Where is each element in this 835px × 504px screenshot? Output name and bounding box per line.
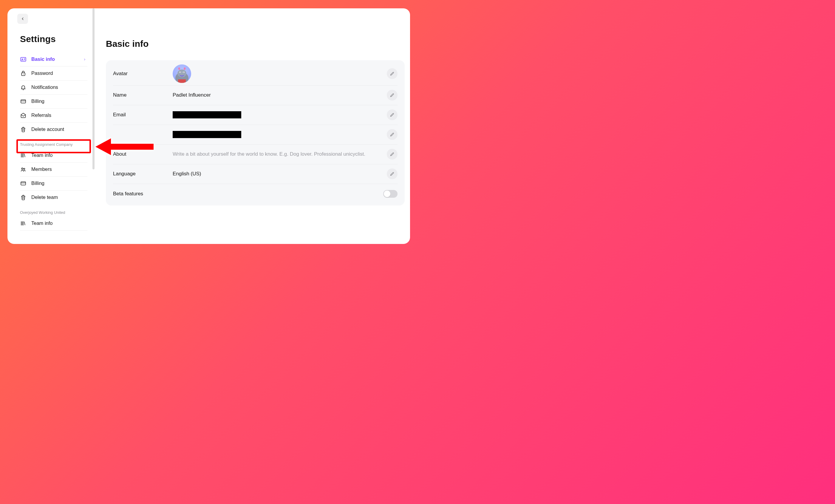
sidebar-item-label: Password — [31, 70, 53, 76]
sidebar-item-team-info[interactable]: Team info — [20, 148, 87, 163]
row-value: Padlet Influencer — [173, 92, 387, 98]
svg-point-11 — [24, 168, 25, 169]
id-card-icon — [20, 56, 26, 63]
row-value: English (US) — [173, 171, 387, 177]
people-icon — [20, 166, 26, 173]
svg-rect-0 — [21, 57, 26, 61]
row-label: Avatar — [113, 71, 173, 77]
sidebar-item-members[interactable]: Members — [20, 163, 87, 177]
row-beta-features: Beta features — [113, 184, 398, 204]
row-name: Name Padlet Influencer — [113, 86, 398, 105]
row-value — [173, 62, 387, 85]
sidebar-group-label: Trusting Assignment Company — [20, 142, 87, 147]
sidebar-item-label: Referrals — [31, 113, 51, 118]
beta-features-toggle[interactable] — [383, 190, 398, 198]
trash-icon — [20, 126, 26, 133]
sidebar-item-delete-account[interactable]: Delete account — [20, 123, 87, 136]
back-button[interactable] — [17, 14, 28, 24]
sidebar-item-label: Members — [31, 166, 52, 172]
sidebar-title: Settings — [20, 34, 94, 44]
sidebar-group-label: Overjoyed Working United — [20, 210, 87, 215]
svg-point-21 — [183, 72, 184, 73]
edit-about-button[interactable] — [387, 149, 398, 160]
redacted-email — [173, 111, 241, 118]
redacted-username — [173, 131, 241, 138]
svg-point-10 — [21, 168, 23, 169]
sidebar-item-referrals[interactable]: Referrals — [20, 108, 87, 123]
sidebar-item-label: Basic info — [31, 56, 55, 62]
sidebar-item-billing[interactable]: Billing — [20, 95, 87, 108]
sidebar-item-password[interactable]: Password — [20, 66, 87, 81]
sidebar-item-label: Team info — [31, 220, 53, 226]
edit-language-button[interactable] — [387, 168, 398, 179]
svg-rect-6 — [21, 100, 26, 103]
main-content: Basic info Avatar — [94, 8, 410, 244]
chevron-right-icon — [83, 56, 86, 62]
sidebar-item-label: Billing — [31, 180, 44, 186]
sidebar-item-basic-info[interactable]: Basic info — [20, 53, 87, 66]
lock-icon — [20, 70, 26, 77]
sidebar-item-team-billing[interactable]: Billing — [20, 177, 87, 190]
credit-card-icon — [20, 180, 26, 187]
row-avatar: Avatar — [113, 62, 398, 86]
credit-card-icon — [20, 98, 26, 105]
row-language: Language English (US) — [113, 164, 398, 184]
envelope-open-icon — [20, 112, 26, 119]
edit-username-button[interactable] — [387, 129, 398, 140]
sidebar-item-label: Billing — [31, 98, 44, 104]
svg-point-5 — [23, 74, 24, 75]
svg-rect-22 — [178, 79, 186, 83]
row-placeholder: Write a bit about yourself for the world… — [173, 151, 387, 157]
basic-info-card: Avatar — [106, 60, 405, 205]
sidebar-item-team-info[interactable]: Team info — [20, 217, 87, 230]
svg-rect-12 — [21, 182, 26, 185]
page-title: Basic info — [106, 39, 405, 49]
row-username — [113, 125, 398, 145]
edit-email-button[interactable] — [387, 109, 398, 120]
avatar — [173, 64, 191, 83]
sidebar-item-label: Delete account — [31, 126, 64, 132]
row-value-redacted — [173, 111, 387, 118]
row-about: About Write a bit about yourself for the… — [113, 145, 398, 164]
sidebar-item-label: Team info — [31, 153, 53, 158]
sidebar-item-label: Notifications — [31, 84, 58, 90]
sidebar-item-notifications[interactable]: Notifications — [20, 81, 87, 95]
settings-panel: Settings Basic info Password Notificatio… — [7, 8, 410, 244]
row-label: Name — [113, 92, 173, 98]
sidebar-item-label: Delete team — [31, 195, 58, 200]
sidebar-scrollbar[interactable] — [93, 8, 95, 169]
svg-point-1 — [22, 58, 23, 60]
row-label: Beta features — [113, 191, 383, 197]
edit-name-button[interactable] — [387, 90, 398, 101]
bell-icon — [20, 84, 26, 90]
trash-icon — [20, 194, 26, 201]
svg-point-19 — [180, 72, 180, 73]
row-value-redacted — [173, 131, 387, 138]
books-icon — [20, 152, 26, 159]
row-label: About — [113, 151, 173, 157]
row-label: Language — [113, 171, 173, 177]
books-icon — [20, 220, 26, 227]
sidebar-item-delete-team[interactable]: Delete team — [20, 190, 87, 204]
row-label: Email — [113, 112, 173, 118]
sidebar: Settings Basic info Password Notificatio… — [7, 8, 94, 244]
row-email: Email — [113, 105, 398, 125]
edit-avatar-button[interactable] — [387, 68, 398, 79]
